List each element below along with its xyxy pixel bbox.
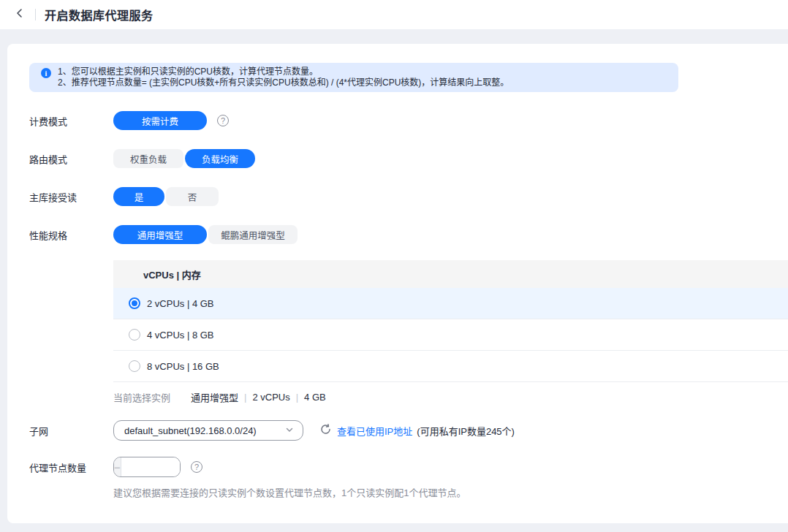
primary-read-group: 是 否 [113,187,219,206]
subnet-row: 子网 default_subnet(192.168.0.0/24) 查看已使用I… [29,420,788,441]
billing-mode-option-pay-per-use[interactable]: 按需计费 [113,111,207,130]
routing-mode-row: 路由模式 权重负载 负载均衡 [29,149,788,168]
chevron-down-icon [285,425,294,436]
spec-row: 性能规格 通用增强型 鲲鹏通用增强型 [29,225,788,244]
billing-mode-label: 计费模式 [29,114,113,128]
proxy-node-hint: 建议您根据需要连接的只读实例个数设置代理节点数，1个只读实例配1个代理节点。 [113,485,788,499]
spec-group: 通用增强型 鲲鹏通用增强型 [113,225,298,244]
refresh-ip-button[interactable] [319,424,333,437]
primary-read-row: 主库接受读 是 否 [29,187,788,206]
flavor-row-label: 4 vCPUs | 8 GB [147,330,214,341]
spec-label: 性能规格 [29,228,113,242]
proxy-node-label: 代理节点数量 [29,460,113,474]
spec-option-general-enhanced[interactable]: 通用增强型 [113,225,207,244]
spec-option-kunpeng-general-enhanced[interactable]: 鲲鹏通用增强型 [208,225,298,244]
radio-unchecked-icon[interactable] [129,360,140,372]
radio-unchecked-icon[interactable] [129,329,140,341]
subnet-select[interactable]: default_subnet(192.168.0.0/24) [113,420,303,441]
info-banner-line-1: 1、您可以根据主实例和只读实例的CPU核数，计算代理节点数量。 [58,66,509,77]
radio-checked-icon[interactable] [129,297,140,309]
proxy-node-count-input[interactable] [121,457,181,476]
flavor-table-header: vCPUs | 内存 [113,260,788,288]
flavor-row-8vcpu-16gb[interactable]: 8 vCPUs | 16 GB [113,351,788,382]
info-banner-text: 1、您可以根据主实例和只读实例的CPU核数，计算代理节点数量。 2、推荐代理节点… [58,66,509,88]
refresh-icon [319,423,332,438]
view-used-ip-link[interactable]: 查看已使用IP地址 [337,424,412,438]
page-body: i 1、您可以根据主实例和只读实例的CPU核数，计算代理节点数量。 2、推荐代理… [0,29,788,523]
routing-option-load-balance[interactable]: 负载均衡 [185,149,255,168]
flavor-row-4vcpu-8gb[interactable]: 4 vCPUs | 8 GB [113,319,788,351]
primary-read-option-yes[interactable]: 是 [113,187,164,206]
current-selection-memory: 4 GB [304,392,326,403]
stepper-minus-button[interactable]: − [114,457,121,476]
billing-help-icon[interactable]: ? [217,115,229,126]
info-icon: i [41,68,51,78]
routing-mode-label: 路由模式 [29,152,113,166]
titlebar: 开启数据库代理服务 [0,0,788,29]
chevron-left-icon [15,8,25,21]
back-button[interactable] [13,8,26,21]
proxy-node-stepper: − + [113,457,181,477]
flavor-row-label: 2 vCPUs | 4 GB [147,298,214,309]
routing-option-weighted[interactable]: 权重负载 [113,149,183,168]
current-selection-label: 当前选择实例 [113,390,170,404]
info-banner-line-2: 2、推荐代理节点数量= (主实例CPU核数+所有只读实例CPU核数总和) / (… [58,77,509,88]
subnet-label: 子网 [29,424,113,438]
current-selection-vcpus: 2 vCPUs [252,392,289,403]
page-title: 开启数据库代理服务 [45,6,154,23]
primary-read-label: 主库接受读 [29,190,113,204]
separator: | [244,392,246,403]
current-selection-spec: 通用增强型 [191,390,238,404]
info-banner: i 1、您可以根据主实例和只读实例的CPU核数，计算代理节点数量。 2、推荐代理… [29,63,678,92]
flavor-table: vCPUs | 内存 2 vCPUs | 4 GB 4 vCPUs | 8 GB… [113,260,788,382]
separator: | [296,392,298,403]
proxy-node-row: 代理节点数量 − + ? [29,457,788,477]
routing-mode-group: 权重负载 负载均衡 [113,149,255,168]
subnet-select-value: default_subnet(192.168.0.0/24) [124,425,285,436]
current-selection-line: 当前选择实例 通用增强型 | 2 vCPUs | 4 GB [113,390,788,404]
primary-read-option-no[interactable]: 否 [166,187,219,206]
available-ip-note: (可用私有IP数量245个) [417,424,515,438]
flavor-row-2vcpu-4gb[interactable]: 2 vCPUs | 4 GB [113,288,788,319]
proxy-settings-card: i 1、您可以根据主实例和只读实例的CPU核数，计算代理节点数量。 2、推荐代理… [7,44,788,523]
billing-mode-row: 计费模式 按需计费 ? [29,111,788,130]
proxy-node-help-icon[interactable]: ? [191,461,202,473]
flavor-row-label: 8 vCPUs | 16 GB [147,361,219,372]
title-divider [35,9,36,20]
